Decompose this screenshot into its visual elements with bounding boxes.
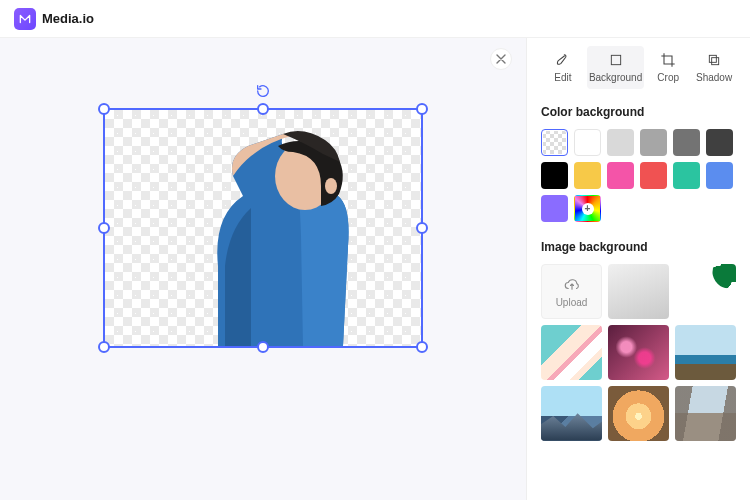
bg-thumb-city-street[interactable] xyxy=(675,386,736,441)
svg-rect-2 xyxy=(611,55,620,64)
subject-image xyxy=(105,110,421,346)
color-swatch-black[interactable] xyxy=(541,162,568,189)
tab-label: Edit xyxy=(554,72,571,83)
app-header: Media.io xyxy=(0,0,750,38)
color-swatch-grey2[interactable] xyxy=(640,129,667,156)
upload-label: Upload xyxy=(556,297,588,308)
resize-handle-bottom-center[interactable] xyxy=(257,341,269,353)
resize-handle-middle-left[interactable] xyxy=(98,222,110,234)
bg-thumb-coast-cliff[interactable] xyxy=(675,325,736,380)
resize-handle-top-right[interactable] xyxy=(416,103,428,115)
square-icon xyxy=(608,52,624,68)
tab-label: Crop xyxy=(657,72,679,83)
color-swatch-grey4[interactable] xyxy=(706,129,733,156)
svg-point-1 xyxy=(325,178,337,194)
tab-edit[interactable]: Edit xyxy=(541,46,585,89)
svg-rect-3 xyxy=(709,55,716,62)
color-swatch-grey1[interactable] xyxy=(607,129,634,156)
color-section-title: Color background xyxy=(541,105,736,119)
tab-background[interactable]: Background xyxy=(587,46,644,89)
tool-tabs: Edit Background Crop Shadow xyxy=(541,46,736,89)
brand-logo xyxy=(14,8,36,30)
color-swatch-custom[interactable] xyxy=(574,195,601,222)
resize-handle-top-left[interactable] xyxy=(98,103,110,115)
bg-thumb-desert-sunset[interactable] xyxy=(608,386,669,441)
rotate-handle[interactable] xyxy=(254,82,272,100)
bg-thumb-bokeh-pink[interactable] xyxy=(608,325,669,380)
tab-label: Shadow xyxy=(696,72,732,83)
image-selection[interactable] xyxy=(103,108,423,348)
bg-thumb-pastel-stripes[interactable] xyxy=(541,325,602,380)
brush-icon xyxy=(555,52,571,68)
svg-rect-4 xyxy=(712,58,719,65)
tab-crop[interactable]: Crop xyxy=(646,46,690,89)
canvas-area[interactable] xyxy=(0,38,526,500)
color-swatch-red[interactable] xyxy=(640,162,667,189)
sidebar: Edit Background Crop Shadow Color backgr… xyxy=(526,38,750,500)
cloud-upload-icon xyxy=(563,275,581,293)
upload-image-button[interactable]: Upload xyxy=(541,264,602,319)
main: Edit Background Crop Shadow Color backgr… xyxy=(0,38,750,500)
color-swatch-grey3[interactable] xyxy=(673,129,700,156)
color-swatch-transparent[interactable] xyxy=(541,129,568,156)
color-swatch-yellow[interactable] xyxy=(574,162,601,189)
resize-handle-bottom-left[interactable] xyxy=(98,341,110,353)
color-swatch-teal[interactable] xyxy=(673,162,700,189)
color-swatch-white[interactable] xyxy=(574,129,601,156)
person-cutout xyxy=(133,116,393,346)
brand-name: Media.io xyxy=(42,11,94,26)
close-button[interactable] xyxy=(490,48,512,70)
image-section-title: Image background xyxy=(541,240,736,254)
bg-thumb-mountain-range[interactable] xyxy=(541,386,602,441)
color-swatch-purple[interactable] xyxy=(541,195,568,222)
shadow-icon xyxy=(706,52,722,68)
image-backgrounds: Upload xyxy=(541,264,736,441)
resize-handle-middle-right[interactable] xyxy=(416,222,428,234)
bg-thumb-leaves-white[interactable] xyxy=(675,264,736,319)
bg-thumb-gradient-grey[interactable] xyxy=(608,264,669,319)
color-swatches xyxy=(541,129,736,222)
crop-icon xyxy=(660,52,676,68)
resize-handle-top-center[interactable] xyxy=(257,103,269,115)
tab-shadow[interactable]: Shadow xyxy=(692,46,736,89)
color-swatch-pink[interactable] xyxy=(607,162,634,189)
color-swatch-blue[interactable] xyxy=(706,162,733,189)
resize-handle-bottom-right[interactable] xyxy=(416,341,428,353)
tab-label: Background xyxy=(589,72,642,83)
